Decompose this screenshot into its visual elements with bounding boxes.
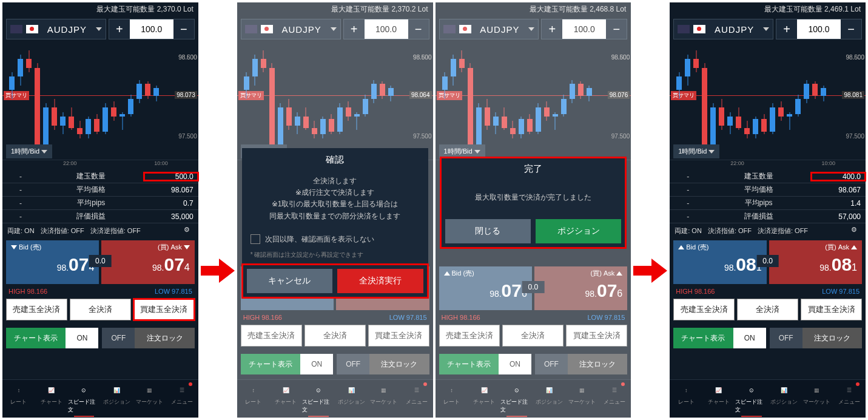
tab-0[interactable]: ↕ レート — [2, 380, 35, 418]
sell-settle-all-button[interactable]: 売建玉全決済 — [6, 299, 67, 320]
row-label: 平均pips — [39, 198, 144, 208]
row-value: 98.067 — [811, 186, 866, 194]
position-button[interactable]: ポジション — [536, 219, 621, 243]
tab-icon: ↕ — [679, 384, 693, 397]
chart-toggle[interactable]: チャート表示ON — [673, 328, 765, 348]
tab-5[interactable]: ☰ メニュー — [166, 380, 198, 418]
timeframe-selector[interactable]: 1時間/Bid — [6, 144, 52, 158]
screen-1: 最大建玉可能数量 2,370.0 Lot AUDJPY + − 98.600 9… — [2, 2, 198, 418]
ask-button[interactable]: (買) Ask 98.074 — [101, 240, 194, 284]
tab-icon: ▦ — [810, 384, 823, 397]
tab-3[interactable]: 📊 ポジション — [100, 380, 133, 418]
tab-icon: ☰ — [843, 384, 856, 397]
bid-button[interactable]: Bid (売) 98.074 — [6, 240, 99, 284]
pair-name: AUDJPY — [709, 24, 759, 35]
notification-dot-icon — [856, 382, 860, 386]
close-button[interactable]: 閉じる — [445, 219, 531, 243]
candlesticks — [676, 42, 841, 147]
tab-1[interactable]: 📈 チャート — [702, 380, 735, 418]
order-options: 両建: ON 決済指値: OFF 決済逆指値: OFF ⚙ — [2, 223, 198, 238]
toggles-row: チャート表示ON OFF注文ロック — [2, 323, 198, 353]
tab-icon: ☰ — [175, 384, 189, 397]
tab-0[interactable]: ↕ レート — [670, 380, 702, 418]
price-chart[interactable]: 98.600 98.500 97.500 買サマリ 98.073 — [2, 42, 198, 160]
tab-2[interactable]: ⊙ スピード注文 — [68, 380, 101, 418]
quantity-stepper: + − — [776, 19, 862, 39]
complete-dialog: 完了 最大取引数量で決済が完了しました 閉じる ポジション — [440, 157, 627, 248]
dialog-title: 完了 — [440, 157, 627, 181]
pair-selector[interactable]: AUDJPY — [6, 19, 106, 39]
flag-jp-icon — [693, 25, 705, 33]
chevron-down-icon — [763, 27, 769, 31]
arrow-down-icon — [11, 245, 17, 249]
order-lock-toggle[interactable]: OFF注文ロック — [102, 328, 194, 348]
tab-icon: ⊙ — [745, 384, 758, 397]
tab-4[interactable]: ▦ マーケット — [800, 380, 833, 418]
row-value: 400.0 — [811, 172, 866, 181]
row-label: 平均価格 — [706, 185, 811, 195]
tab-icon: 📈 — [45, 384, 58, 397]
tab-3[interactable]: 📊 ポジション — [768, 380, 801, 418]
price-chart[interactable]: 98.600 98.500 97.500 買サマリ 98.081 — [670, 42, 866, 160]
spread-value: 0.0 — [89, 255, 112, 267]
row-value: 98.067 — [144, 186, 198, 194]
sell-settle-all-button[interactable]: 売建玉全決済 — [673, 299, 735, 320]
tab-1[interactable]: 📈 チャート — [35, 380, 68, 418]
dialog-message: 最大取引数量で決済が完了しました — [440, 181, 627, 214]
arrow-right-icon — [201, 256, 235, 286]
tab-2[interactable]: ⊙ スピード注文 — [735, 380, 768, 418]
tab-icon: ↕ — [12, 384, 25, 397]
pair-selector[interactable]: AUDJPY — [673, 19, 773, 39]
order-lock-toggle[interactable]: OFF注文ロック — [770, 328, 862, 348]
checkbox-icon — [251, 234, 260, 244]
table-row: - 平均価格 98.067 — [2, 183, 198, 197]
high-low-row: HIGH 98.166 LOW 97.815 — [2, 286, 198, 296]
buy-settle-all-button[interactable]: 買建玉全決済 — [133, 299, 195, 320]
pair-name: AUDJPY — [42, 24, 92, 35]
gear-icon[interactable]: ⚙ — [184, 226, 193, 235]
row-value: 35,000 — [144, 212, 198, 221]
table-row: - 平均価格 98.067 — [670, 183, 866, 197]
cancel-button[interactable]: キャンセル — [247, 269, 332, 293]
row-label: 建玉数量 — [39, 171, 144, 181]
toggles-row: チャート表示ON OFF注文ロック — [670, 323, 866, 353]
qty-input[interactable] — [130, 19, 173, 39]
qty-plus-button[interactable]: − — [841, 19, 861, 39]
bottom-tabbar: ↕ レート 📈 チャート ⊙ スピード注文 📊 ポジション ▦ マーケット ☰ … — [670, 379, 866, 418]
buy-settle-all-button[interactable]: 買建玉全決済 — [801, 299, 862, 320]
table-row: - 評価損益 35,000 — [2, 210, 198, 223]
position-summary-table: - 建玉数量 400.0 - 平均価格 98.067 - 平均pips 1.4 … — [670, 170, 866, 223]
quantity-stepper: + − — [109, 19, 195, 39]
qty-minus-button[interactable]: + — [776, 19, 797, 39]
chart-toggle[interactable]: チャート表示ON — [6, 328, 98, 348]
bid-button[interactable]: Bid (売) 98.081 — [673, 240, 766, 284]
qty-input[interactable] — [797, 19, 841, 39]
row-label: 評価損益 — [706, 211, 811, 222]
dialog-buttons: キャンセル 全決済実行 — [242, 264, 428, 298]
max-position-label: 最大建玉可能数量 2,469.1 Lot — [670, 2, 866, 16]
settle-all-button[interactable]: 全決済 — [70, 299, 131, 320]
gear-icon[interactable]: ⚙ — [851, 226, 861, 235]
row-label: 建玉数量 — [706, 171, 811, 181]
candlesticks — [8, 42, 174, 147]
high-low-row: HIGH 98.166 LOW 97.815 — [670, 286, 866, 296]
qty-minus-button[interactable]: + — [109, 19, 130, 39]
arrow-down-icon — [184, 245, 190, 249]
dialog-buttons: 閉じる ポジション — [440, 214, 627, 248]
tab-5[interactable]: ☰ メニュー — [833, 380, 866, 418]
tab-icon: 📈 — [712, 384, 725, 397]
ask-button[interactable]: (買) Ask 98.081 — [769, 240, 862, 284]
table-row: - 建玉数量 500.0 — [2, 170, 198, 183]
qty-plus-button[interactable]: − — [173, 19, 194, 39]
confirm-execute-button[interactable]: 全決済実行 — [337, 269, 423, 293]
screen-3: 最大建玉可能数量 2,468.8 Lot AUDJPY + − 98.600 9… — [436, 2, 631, 418]
position-line-price: 98.081 — [842, 91, 864, 99]
settle-all-button[interactable]: 全決済 — [737, 299, 798, 320]
arrow-up-icon — [678, 245, 684, 249]
position-line-price: 98.073 — [175, 91, 197, 99]
tab-4[interactable]: ▦ マーケット — [133, 380, 166, 418]
timeframe-selector[interactable]: 1時間/Bid — [673, 144, 719, 158]
table-row: - 建玉数量 400.0 — [670, 170, 866, 183]
dont-show-again-checkbox[interactable]: 次回以降、確認画面を表示しない — [242, 229, 428, 249]
row-value: 0.7 — [144, 199, 198, 208]
